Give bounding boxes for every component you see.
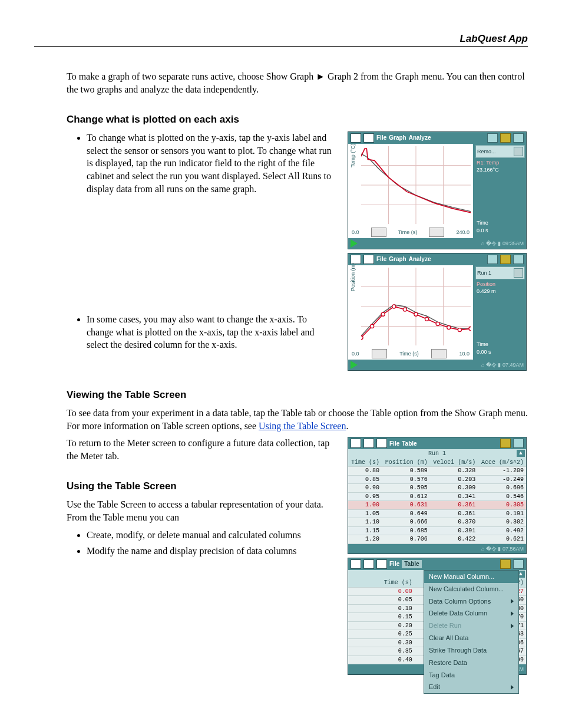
plot-area-1[interactable]: 25.0 10.0 Temp (°C) — [348, 144, 473, 226]
menu-analyze[interactable]: Analyze — [409, 134, 431, 142]
table-cell: -1.209 — [478, 467, 526, 476]
menu-graph[interactable]: Graph — [389, 134, 406, 142]
menu-item[interactable]: Clear All Data — [424, 632, 518, 644]
menu-table-open[interactable]: Table — [402, 560, 421, 568]
run-indicator[interactable]: Run 1 — [475, 266, 525, 279]
menu-item-label: Strike Through Data — [429, 646, 487, 655]
svg-point-15 — [392, 305, 396, 308]
time-value: 0.00 s — [474, 348, 526, 355]
toolbar-icon1[interactable] — [500, 559, 511, 569]
autoscale-right-icon[interactable] — [431, 349, 447, 358]
toolbar-icon1[interactable] — [500, 439, 511, 448]
table-tab-icon[interactable] — [376, 439, 387, 448]
menu-item-label: New Calculated Column... — [429, 585, 504, 594]
meter-tab-icon[interactable] — [351, 559, 361, 569]
home-icon[interactable]: ⌂ — [481, 362, 484, 368]
bullet-columns: Create, modify, or delete manual and cal… — [87, 529, 336, 542]
graph-tab-icon[interactable] — [363, 559, 374, 569]
menu-item[interactable]: Delete Data Column — [424, 607, 518, 620]
menu-item[interactable]: New Manual Column... — [424, 571, 518, 583]
toolbar-icon1[interactable] — [500, 255, 511, 264]
menu-file[interactable]: File — [376, 255, 386, 263]
status-bar: ⌂ �令 ▮ 07:49AM — [348, 360, 526, 370]
menu-item[interactable]: Strike Through Data — [424, 644, 518, 657]
table-row[interactable]: 1.150.6850.3910.492 — [348, 526, 526, 535]
y-axis-label[interactable]: Position (m) — [349, 259, 356, 295]
status-bar: ⌂ �令 ▮ 09:35AM — [348, 238, 526, 249]
menu-file[interactable]: File — [376, 134, 386, 142]
toolbar-icon2[interactable] — [513, 255, 524, 264]
table-row[interactable]: 1.050.6490.3610.191 — [348, 509, 526, 518]
scroll-up-icon[interactable]: ▲ — [517, 450, 525, 457]
menu-analyze[interactable]: Analyze — [409, 255, 431, 263]
y-axis-label[interactable]: Temp (°C) — [349, 138, 356, 173]
menu-item[interactable]: Edit — [424, 681, 518, 693]
toolbar-icon2[interactable] — [513, 559, 524, 569]
svg-point-22 — [469, 327, 471, 331]
table-screen-link[interactable]: Using the Table Screen — [259, 421, 346, 431]
save-icon[interactable] — [514, 147, 523, 156]
table-tab-icon[interactable] — [487, 133, 498, 143]
menu-item[interactable]: Delete Run — [424, 620, 518, 632]
menu-item[interactable]: New Calculated Column... — [424, 583, 518, 595]
menu-graph[interactable]: Graph — [389, 255, 406, 263]
graph-tab-icon[interactable] — [363, 133, 374, 143]
table-cell: 1.10 — [348, 518, 382, 527]
table-row[interactable]: 0.850.5760.203-0.249 — [348, 475, 526, 484]
home-icon[interactable]: ⌂ — [481, 241, 484, 246]
toolbar-icon2[interactable] — [513, 439, 524, 448]
autoscale-right-icon[interactable] — [429, 228, 444, 237]
run-indicator[interactable]: Remo... — [475, 145, 525, 158]
save-icon[interactable] — [514, 268, 523, 278]
table-menubar: File Table — [348, 437, 526, 449]
table-cell: 0.30 — [348, 638, 415, 647]
run-indicator-label: Run 1 — [477, 269, 491, 276]
wifi-icon: �令 — [486, 241, 497, 246]
meter-tab-icon[interactable] — [351, 439, 361, 448]
svg-point-14 — [381, 312, 385, 316]
series-label: Position — [474, 281, 526, 288]
wifi-icon: �令 — [486, 546, 497, 552]
menu-file[interactable]: File — [389, 440, 399, 448]
x-axis-label[interactable]: Time (s) — [398, 229, 418, 236]
table-tab-icon[interactable] — [487, 255, 498, 264]
autoscale-left-icon[interactable] — [371, 228, 386, 237]
collect-button-icon[interactable] — [351, 239, 367, 248]
table-intro-end: . — [346, 421, 348, 431]
menu-item-label: Edit — [429, 683, 440, 691]
table-cell: 0.90 — [348, 484, 382, 493]
series-label: R1: Temp — [474, 159, 526, 166]
menu-item[interactable]: Tag Data — [424, 669, 518, 681]
autoscale-left-icon[interactable] — [372, 349, 387, 358]
table-row[interactable]: 0.950.6120.3410.546 — [348, 492, 526, 501]
table-row[interactable]: 0.800.5890.328-1.209 — [348, 467, 526, 476]
table-cell: 1.05 — [348, 509, 382, 518]
table-row[interactable]: 0.900.5950.3090.696 — [348, 484, 526, 493]
plot-area-2[interactable]: 2.0 0.0 Position (m) — [348, 265, 473, 348]
menu-item[interactable]: Data Column Options — [424, 595, 518, 608]
table-row[interactable]: 1.100.6660.3700.302 — [348, 518, 526, 527]
table-header: Acce (m/s^2) — [478, 459, 526, 467]
table-row[interactable]: 1.200.7060.4220.621 — [348, 535, 526, 544]
graph-tab-icon[interactable] — [363, 255, 374, 264]
table-cell: 0.589 — [382, 467, 430, 476]
table-tab-icon[interactable] — [376, 559, 387, 569]
menu-item[interactable]: Restore Data — [424, 657, 518, 669]
table-cell: 0.370 — [430, 518, 478, 527]
toolbar-icon2[interactable] — [513, 133, 524, 143]
menu-file[interactable]: File — [389, 560, 399, 568]
table-cell: 0.696 — [478, 484, 526, 493]
table-header: Position (m) — [382, 459, 430, 467]
battery-icon: ▮ — [498, 362, 501, 368]
collect-button-icon[interactable] — [351, 361, 367, 369]
menu-table[interactable]: Table — [402, 440, 416, 448]
graph-tab-icon[interactable] — [363, 439, 374, 448]
table-row[interactable]: 1.000.6310.3610.305 — [348, 501, 526, 510]
table-cell: 0.492 — [478, 526, 526, 535]
x-axis-area: 0.0 Time (s) 240.0 — [348, 226, 473, 238]
x-axis-label[interactable]: Time (s) — [399, 350, 419, 357]
home-icon[interactable]: ⌂ — [481, 546, 484, 552]
xtick-right: 10.0 — [459, 350, 470, 357]
toolbar-icon1[interactable] — [500, 133, 511, 143]
table-cell: -0.249 — [478, 475, 526, 484]
